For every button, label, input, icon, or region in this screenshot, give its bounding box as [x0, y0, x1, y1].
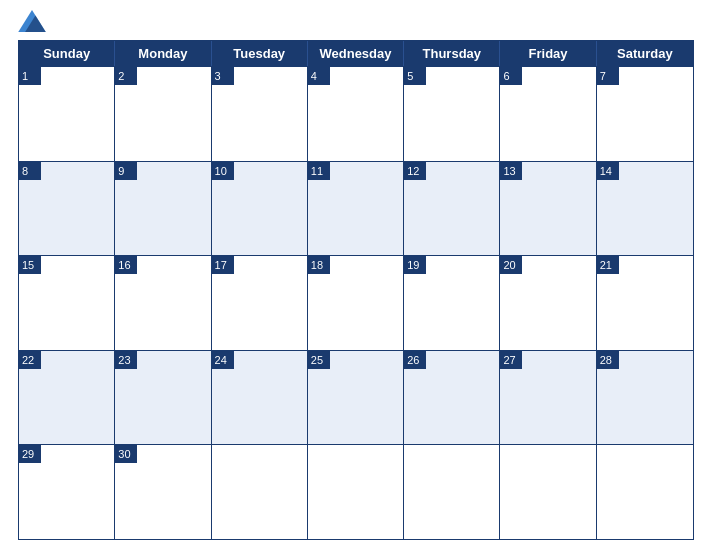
day-number: 16 [115, 256, 137, 274]
week-row-3: 15161718192021 [19, 255, 693, 350]
week-row-1: 1234567 [19, 66, 693, 161]
day-cell-18: 18 [308, 256, 404, 350]
day-cell-19: 19 [404, 256, 500, 350]
week-row-2: 891011121314 [19, 161, 693, 256]
week-row-5: 2930 [19, 444, 693, 539]
day-cell-14: 14 [597, 162, 693, 256]
day-header-sunday: Sunday [19, 41, 115, 66]
day-number: 14 [597, 162, 619, 180]
week-row-4: 22232425262728 [19, 350, 693, 445]
day-cell-21: 21 [597, 256, 693, 350]
day-cell-15: 15 [19, 256, 115, 350]
day-headers: SundayMondayTuesdayWednesdayThursdayFrid… [19, 41, 693, 66]
day-number: 11 [308, 162, 330, 180]
day-number: 8 [19, 162, 41, 180]
day-number: 29 [19, 445, 41, 463]
day-number: 23 [115, 351, 137, 369]
day-cell-1: 1 [19, 67, 115, 161]
day-cell-empty-3 [308, 445, 404, 539]
day-header-wednesday: Wednesday [308, 41, 404, 66]
day-number: 28 [597, 351, 619, 369]
day-cell-27: 27 [500, 351, 596, 445]
day-number: 25 [308, 351, 330, 369]
day-number: 24 [212, 351, 234, 369]
day-cell-25: 25 [308, 351, 404, 445]
calendar: SundayMondayTuesdayWednesdayThursdayFrid… [18, 40, 694, 540]
day-cell-24: 24 [212, 351, 308, 445]
day-cell-9: 9 [115, 162, 211, 256]
day-header-thursday: Thursday [404, 41, 500, 66]
day-cell-8: 8 [19, 162, 115, 256]
day-number: 27 [500, 351, 522, 369]
day-cell-empty-4 [404, 445, 500, 539]
day-number: 13 [500, 162, 522, 180]
day-cell-22: 22 [19, 351, 115, 445]
day-number: 20 [500, 256, 522, 274]
day-header-friday: Friday [500, 41, 596, 66]
day-cell-26: 26 [404, 351, 500, 445]
day-cell-23: 23 [115, 351, 211, 445]
header [18, 10, 694, 34]
day-number: 22 [19, 351, 41, 369]
day-cell-5: 5 [404, 67, 500, 161]
day-number: 17 [212, 256, 234, 274]
day-cell-empty-2 [212, 445, 308, 539]
day-number: 30 [115, 445, 137, 463]
day-cell-7: 7 [597, 67, 693, 161]
day-number: 7 [597, 67, 619, 85]
country-label [604, 10, 694, 16]
day-cell-30: 30 [115, 445, 211, 539]
day-number: 4 [308, 67, 330, 85]
logo-icon [18, 10, 46, 32]
day-header-tuesday: Tuesday [212, 41, 308, 66]
day-number: 15 [19, 256, 41, 274]
day-cell-4: 4 [308, 67, 404, 161]
day-cell-2: 2 [115, 67, 211, 161]
day-number: 26 [404, 351, 426, 369]
day-number: 19 [404, 256, 426, 274]
day-cell-3: 3 [212, 67, 308, 161]
day-header-monday: Monday [115, 41, 211, 66]
day-number: 6 [500, 67, 522, 85]
day-number: 21 [597, 256, 619, 274]
day-cell-29: 29 [19, 445, 115, 539]
day-cell-empty-6 [597, 445, 693, 539]
day-number: 1 [19, 67, 41, 85]
day-header-saturday: Saturday [597, 41, 693, 66]
day-number: 9 [115, 162, 137, 180]
day-number: 2 [115, 67, 137, 85]
day-cell-12: 12 [404, 162, 500, 256]
day-cell-17: 17 [212, 256, 308, 350]
day-number: 3 [212, 67, 234, 85]
day-number: 5 [404, 67, 426, 85]
day-cell-28: 28 [597, 351, 693, 445]
calendar-page: SundayMondayTuesdayWednesdayThursdayFrid… [0, 0, 712, 550]
day-cell-6: 6 [500, 67, 596, 161]
day-cell-20: 20 [500, 256, 596, 350]
weeks: 1234567891011121314151617181920212223242… [19, 66, 693, 539]
day-cell-10: 10 [212, 162, 308, 256]
day-cell-16: 16 [115, 256, 211, 350]
day-cell-13: 13 [500, 162, 596, 256]
logo-area [18, 10, 108, 34]
day-cell-11: 11 [308, 162, 404, 256]
day-number: 18 [308, 256, 330, 274]
day-number: 12 [404, 162, 426, 180]
day-number: 10 [212, 162, 234, 180]
day-cell-empty-5 [500, 445, 596, 539]
